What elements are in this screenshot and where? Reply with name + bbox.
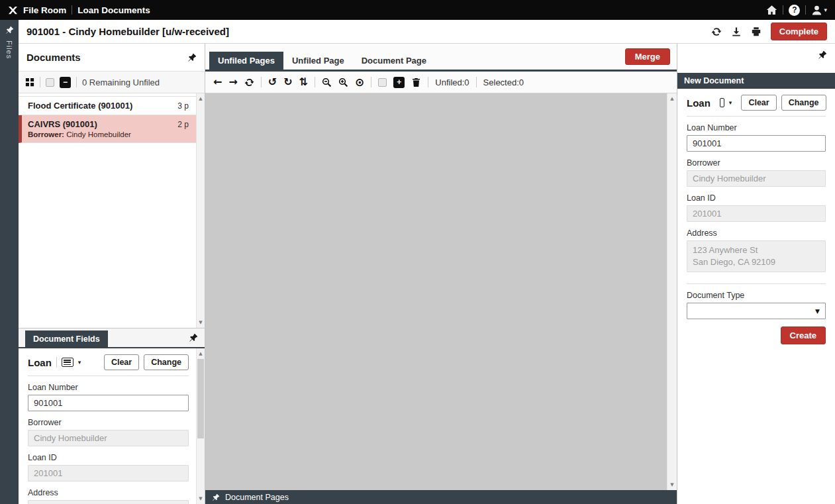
delete-page-icon[interactable] <box>411 77 421 87</box>
home-icon[interactable] <box>766 5 777 16</box>
page-canvas <box>205 93 677 490</box>
document-fields-pin-icon[interactable] <box>189 333 198 342</box>
top-navigation-bar: File Room Loan Documents <box>0 0 835 20</box>
change-button[interactable]: Change <box>144 354 189 370</box>
loan-number-field[interactable] <box>687 135 826 152</box>
rotate-right-icon[interactable] <box>283 77 292 87</box>
clear-button[interactable]: Clear <box>104 354 139 370</box>
actual-size-icon[interactable] <box>355 77 364 88</box>
toolbar-divider <box>76 77 77 87</box>
file-header-bar: 901001 - Cindy Homebuilder [u/w-received… <box>19 20 835 44</box>
document-fields-content: Loan Clear Change Loan Number Borrower <box>19 348 205 504</box>
address-label: Address <box>28 488 189 497</box>
address-label: Address <box>687 228 826 238</box>
scroll-down-icon[interactable] <box>197 320 205 325</box>
refresh-pages-icon[interactable] <box>244 77 254 87</box>
grid-view-icon[interactable] <box>25 77 34 87</box>
zoom-in-icon[interactable] <box>338 77 348 87</box>
borrower-label: Borrower <box>28 418 189 427</box>
documents-pin-icon[interactable] <box>187 53 197 62</box>
next-page-icon[interactable] <box>228 77 237 87</box>
app-logo-icon[interactable] <box>8 5 18 15</box>
topbar-divider <box>805 5 806 15</box>
address-field: 123 Anywhere St San Diego, CA 92109 <box>687 240 826 272</box>
complete-button[interactable]: Complete <box>771 23 827 40</box>
rotate-left-icon[interactable] <box>268 77 277 87</box>
viewer-tabbar: Unfiled Pages Unfiled Page Document Page… <box>205 44 677 72</box>
new-document-pin-icon[interactable] <box>818 50 827 60</box>
document-page-count: 2 p <box>177 120 189 129</box>
document-fields-section: Document Fields Loan Clear Change <box>19 328 205 504</box>
tab-unfiled-page[interactable]: Unfiled Page <box>283 52 353 70</box>
document-pages-bar[interactable]: Document Pages <box>205 490 677 504</box>
documents-panel: Documents 0 Remaining Unfiled Flood Cert… <box>19 44 205 504</box>
select-all-documents-checkbox[interactable] <box>46 78 54 87</box>
document-list-item[interactable]: Flood Certificate (901001) 3 p <box>19 96 205 115</box>
address-field: 123 Anywhere St San Diego, CA 92109 <box>28 500 189 504</box>
entity-name: Loan <box>687 97 711 109</box>
new-document-title: New Document <box>684 76 744 85</box>
borrower-label: Borrower <box>687 158 826 168</box>
select-all-pages-checkbox[interactable] <box>378 78 387 87</box>
entity-name: Loan <box>28 357 52 368</box>
new-document-panel: New Document Loan Clear Change Loan Numb… <box>677 44 835 504</box>
clear-button[interactable]: Clear <box>741 95 776 111</box>
app-brand: File Room <box>23 5 66 15</box>
files-pin-icon[interactable] <box>5 26 14 34</box>
download-icon[interactable] <box>731 26 742 37</box>
create-button[interactable]: Create <box>781 327 826 344</box>
scroll-up-icon[interactable] <box>667 96 677 101</box>
help-icon[interactable] <box>789 5 800 16</box>
scroll-up-icon[interactable] <box>197 351 205 356</box>
scroll-down-icon[interactable] <box>667 482 677 487</box>
sort-pages-icon[interactable] <box>299 77 308 87</box>
toolbar-divider <box>428 77 428 87</box>
loan-id-label: Loan ID <box>687 193 826 203</box>
select-caret-icon <box>815 308 820 315</box>
document-type-label: Document Type <box>687 291 826 300</box>
remaining-unfiled-count: 0 Remaining Unfiled <box>82 77 160 87</box>
previous-page-icon[interactable] <box>213 77 222 87</box>
entity-menu-icon[interactable] <box>720 98 724 107</box>
toolbar-divider <box>476 77 477 87</box>
tab-unfiled-pages[interactable]: Unfiled Pages <box>209 52 283 70</box>
change-button[interactable]: Change <box>781 95 826 111</box>
document-pages-pin-icon[interactable] <box>212 493 220 501</box>
documents-list-scrollbar[interactable] <box>196 93 205 328</box>
scrollbar-thumb[interactable] <box>197 359 204 438</box>
chevron-down-icon[interactable] <box>78 359 81 366</box>
collapse-all-icon[interactable] <box>60 77 71 88</box>
files-rail-tab[interactable]: Files <box>5 40 13 59</box>
document-list-item-selected[interactable]: CAIVRS (901001) 2 p Borrower: Cindy Home… <box>19 115 205 143</box>
topbar-section-title: Loan Documents <box>77 5 150 15</box>
add-page-icon[interactable] <box>393 77 405 88</box>
loan-number-label: Loan Number <box>687 123 826 132</box>
document-fields-scrollbar[interactable] <box>196 348 205 504</box>
zoom-out-icon[interactable] <box>322 77 332 87</box>
borrower-field <box>687 170 826 187</box>
refresh-icon[interactable] <box>711 26 722 37</box>
print-icon[interactable] <box>751 26 761 37</box>
unfiled-count-status: Unfiled:0 <box>435 77 469 87</box>
documents-toolbar: 0 Remaining Unfiled <box>19 72 205 93</box>
tab-document-page[interactable]: Document Page <box>353 52 435 70</box>
loan-number-field[interactable] <box>28 395 189 411</box>
chevron-down-icon[interactable] <box>729 99 732 106</box>
new-document-header: New Document <box>677 73 835 89</box>
scroll-down-icon[interactable] <box>197 496 205 501</box>
document-name: Flood Certificate (901001) <box>28 101 132 111</box>
tab-document-fields[interactable]: Document Fields <box>25 330 108 347</box>
merge-button[interactable]: Merge <box>625 48 670 65</box>
user-menu-icon[interactable] <box>811 5 827 16</box>
borrower-field <box>28 430 189 446</box>
loan-id-field <box>687 205 826 222</box>
viewer-toolbar: Unfiled:0 Selected:0 <box>205 72 677 93</box>
loan-id-label: Loan ID <box>28 453 189 462</box>
entity-menu-icon[interactable] <box>62 358 74 367</box>
loan-title: 901001 - Cindy Homebuilder [u/w-received… <box>26 26 702 37</box>
document-type-select[interactable] <box>687 303 826 319</box>
canvas-scrollbar[interactable] <box>667 93 677 490</box>
files-rail: Files <box>0 20 19 504</box>
scroll-up-icon[interactable] <box>197 96 205 101</box>
toolbar-divider <box>40 77 40 87</box>
